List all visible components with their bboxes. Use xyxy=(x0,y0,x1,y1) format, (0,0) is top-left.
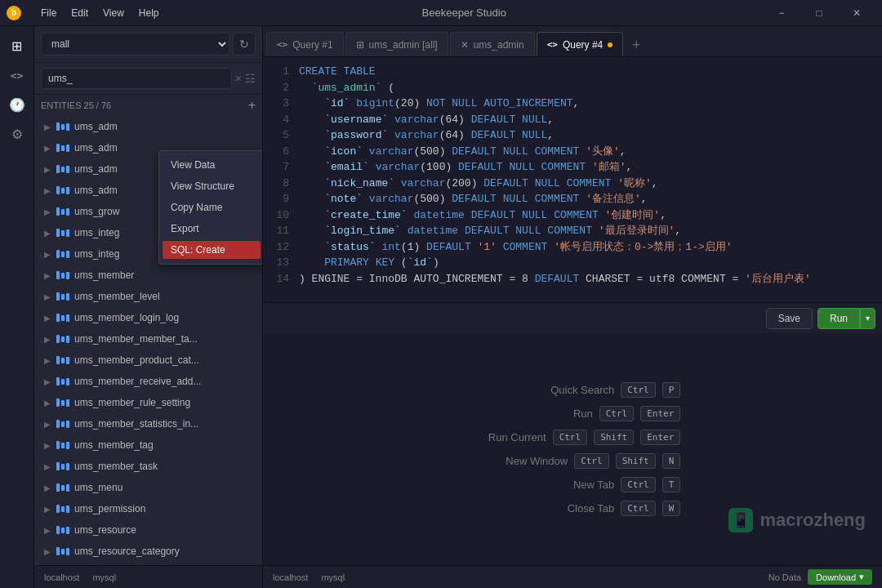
line-numbers: 12345 678910 11121314 xyxy=(263,64,292,296)
search-bar: × ☷ xyxy=(34,63,262,95)
maximize-button[interactable]: □ xyxy=(800,0,838,26)
table-icon xyxy=(56,207,69,216)
chevron-right-icon: ▶ xyxy=(44,271,51,280)
key-ctrl: Ctrl xyxy=(574,453,609,469)
menu-edit[interactable]: Edit xyxy=(65,6,95,20)
list-item[interactable]: ▶ ums_member_receive_add... xyxy=(34,371,262,392)
entity-name: ums_member_level xyxy=(74,291,256,302)
entity-name: ums_member_product_cat... xyxy=(74,354,256,366)
key-ctrl: Ctrl xyxy=(553,430,588,445)
tab-ums-admin-all[interactable]: ⊞ ums_admin [all] xyxy=(345,32,448,56)
refresh-button[interactable]: ↻ xyxy=(233,33,256,56)
filter-button[interactable]: ☷ xyxy=(245,72,256,85)
query-icon: <> xyxy=(277,39,287,50)
minimize-button[interactable]: − xyxy=(763,0,800,26)
table-icon xyxy=(56,314,69,322)
menu-help[interactable]: Help xyxy=(132,6,166,20)
entity-name: ums_member_task xyxy=(74,461,256,472)
menu-file[interactable]: File xyxy=(34,6,63,20)
code-editor[interactable]: CREATE TABLE `ums_admin` ( `id` bigint(2… xyxy=(292,64,882,296)
key-ctrl: Ctrl xyxy=(621,382,656,398)
list-item[interactable]: ▶ ums_member xyxy=(34,265,262,286)
chevron-right-icon: ▶ xyxy=(44,314,51,323)
chevron-right-icon: ▶ xyxy=(44,292,51,301)
window-controls: − □ ✕ xyxy=(763,0,875,26)
table-icon xyxy=(56,335,69,343)
list-item[interactable]: ▶ ums_menu xyxy=(34,477,262,498)
table-icon xyxy=(56,229,69,237)
table-icon xyxy=(56,547,69,555)
tab-query1[interactable]: <> Query #1 xyxy=(266,32,344,56)
left-statusbar: localhost mysql xyxy=(34,565,262,588)
list-item[interactable]: ▶ ums_permission xyxy=(34,498,262,519)
tab-ums-admin[interactable]: ✕ ums_admin xyxy=(450,32,535,56)
menu-view[interactable]: View xyxy=(96,6,131,20)
chevron-right-icon: ▶ xyxy=(44,483,51,492)
context-menu-copy-name[interactable]: Copy Name xyxy=(159,197,262,218)
database-select[interactable]: mall xyxy=(41,33,229,56)
run-dropdown-button[interactable]: ▾ xyxy=(860,308,875,329)
context-menu-sql-create[interactable]: SQL: Create xyxy=(163,241,261,259)
tab-ums-admin-label: ums_admin xyxy=(474,39,524,51)
list-item[interactable]: ▶ ums_member_product_cat... xyxy=(34,350,262,371)
sidebar-icon-history[interactable]: 🕐 xyxy=(4,91,30,118)
download-dropdown-icon: ▾ xyxy=(859,572,864,582)
list-item[interactable]: ▶ ums_member_task xyxy=(34,456,262,477)
tab-query4[interactable]: <> Query #4 xyxy=(537,32,624,56)
chevron-right-icon: ▶ xyxy=(44,526,51,535)
save-button[interactable]: Save xyxy=(766,308,813,329)
no-data-label: No Data xyxy=(768,572,801,582)
list-item[interactable]: ▶ ums_member_tag xyxy=(34,434,262,456)
db-type-status: mysql xyxy=(321,572,345,582)
context-menu-view-structure[interactable]: View Structure xyxy=(159,176,262,197)
key-t: T xyxy=(662,477,681,492)
entity-name: ums_member_statistics_in... xyxy=(74,418,256,430)
titlebar-left: b File Edit View Help xyxy=(7,6,166,20)
list-item[interactable]: ▶ ums_member_member_ta... xyxy=(34,328,262,350)
list-item[interactable]: ▶ ums_adm xyxy=(34,116,262,137)
entity-name: ums_member xyxy=(74,270,256,281)
shortcut-new-tab-label: New Tab xyxy=(532,479,614,491)
key-w: W xyxy=(662,501,681,516)
connection-label: localhost xyxy=(44,572,79,582)
sidebar-icon-home[interactable]: ⊞ xyxy=(4,33,30,59)
download-button[interactable]: Download ▾ xyxy=(808,569,872,585)
close-button[interactable]: ✕ xyxy=(838,0,875,26)
search-input[interactable] xyxy=(41,68,232,89)
sidebar-icon-query[interactable]: <> xyxy=(4,62,30,88)
editor-area: 12345 678910 11121314 CREATE TABLE `ums_… xyxy=(263,57,882,302)
chevron-right-icon: ▶ xyxy=(44,165,51,174)
chevron-right-icon: ▶ xyxy=(44,377,51,386)
add-tab-button[interactable]: + xyxy=(625,33,648,56)
list-item[interactable]: ▶ ums_member_statistics_in... xyxy=(34,413,262,434)
entity-name: ums_member_member_ta... xyxy=(74,333,256,345)
entities-header: ENTITIES 25 / 76 + xyxy=(34,95,262,116)
db-type-label: mysql xyxy=(92,572,116,582)
chevron-right-icon: ▶ xyxy=(44,399,51,408)
bottom-statusbar: localhost mysql No Data Download ▾ xyxy=(263,565,882,588)
list-item[interactable]: ▶ ums_member_rule_setting xyxy=(34,392,262,413)
chevron-right-icon: ▶ xyxy=(44,356,51,365)
context-menu-export[interactable]: Export xyxy=(159,218,262,239)
shortcut-new-window: New Window Ctrl Shift N xyxy=(465,453,681,469)
sidebar-icon-settings[interactable]: ⚙ xyxy=(4,121,30,147)
entity-name: ums_permission xyxy=(74,503,256,514)
table-icon xyxy=(56,250,69,258)
add-entity-button[interactable]: + xyxy=(248,98,256,113)
list-item[interactable]: ▶ ums_resource_category xyxy=(34,541,262,562)
list-item[interactable]: ▶ ums_resource xyxy=(34,519,262,541)
table-icon xyxy=(56,271,69,279)
context-menu-view-data[interactable]: View Data xyxy=(159,154,262,176)
table-icon xyxy=(56,122,69,131)
entity-name: ums_menu xyxy=(74,482,256,493)
tabs-bar: <> Query #1 ⊞ ums_admin [all] ✕ ums_admi… xyxy=(263,26,882,57)
list-item[interactable]: ▶ ums_member_level xyxy=(34,286,262,307)
app-title: Beekeeper Studio xyxy=(422,7,506,19)
list-item[interactable]: ▶ ums_role xyxy=(34,562,262,565)
chevron-right-icon: ▶ xyxy=(44,335,51,344)
chevron-right-icon: ▶ xyxy=(44,186,51,195)
run-button[interactable]: Run xyxy=(817,308,860,329)
list-item[interactable]: ▶ ums_member_login_log xyxy=(34,307,262,328)
shortcut-new-tab: New Tab Ctrl T xyxy=(465,477,681,492)
search-clear-button[interactable]: × xyxy=(235,72,242,85)
